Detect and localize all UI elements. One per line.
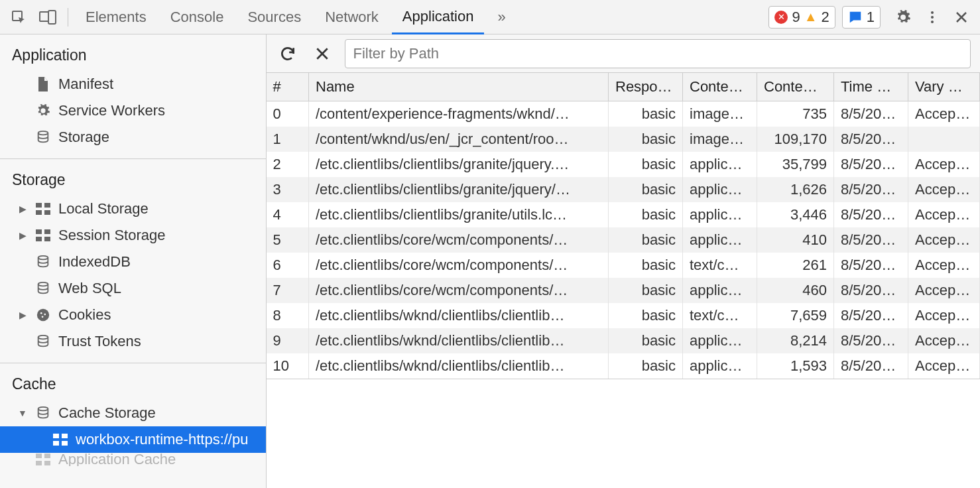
cell-time: 8/5/20… <box>834 303 908 328</box>
sidebar-item-cookies[interactable]: ▶ Cookies <box>0 302 266 328</box>
device-toolbar-icon[interactable] <box>34 4 61 30</box>
cell-content-length: 7,659 <box>757 303 834 328</box>
cell-content-type: image… <box>683 101 757 127</box>
table-row[interactable]: 4/etc.clientlibs/clientlibs/granite/util… <box>267 202 980 227</box>
table-row[interactable]: 8/etc.clientlibs/wknd/clientlibs/clientl… <box>267 303 980 328</box>
kebab-menu-icon[interactable] <box>919 4 946 30</box>
cell-vary: Accep… <box>908 152 980 177</box>
issues-count: 1 <box>867 9 875 26</box>
filter-input[interactable] <box>345 39 971 68</box>
database-icon <box>34 406 52 420</box>
sidebar-item-service-workers[interactable]: Service Workers <box>0 97 266 124</box>
cell-name: /etc.clientlibs/clientlibs/granite/jquer… <box>309 177 609 202</box>
devtools-tabstrip: Elements Console Sources Network Applica… <box>0 0 980 34</box>
cell-time: 8/5/20… <box>834 127 908 152</box>
table-header-row: # Name Respo… Conte… Conte… Time … Vary … <box>267 73 980 101</box>
error-count: 9 <box>792 9 800 26</box>
table-row[interactable]: 5/etc.clientlibs/core/wcm/components/…ba… <box>267 227 980 253</box>
col-name[interactable]: Name <box>309 73 609 101</box>
col-response-type[interactable]: Respo… <box>609 73 683 101</box>
section-application: Application Manifest Service Workers <box>0 34 266 159</box>
cell-content-type: applic… <box>683 202 757 227</box>
refresh-button[interactable] <box>276 42 300 66</box>
sidebar-item-cache-storage[interactable]: ▼ Cache Storage <box>0 400 266 426</box>
expand-icon[interactable]: ▶ <box>17 310 28 320</box>
cell-index: 7 <box>267 278 309 303</box>
cell-index: 3 <box>267 177 309 202</box>
expand-icon[interactable]: ▶ <box>17 204 28 214</box>
svg-point-22 <box>38 407 48 411</box>
table-row[interactable]: 2/etc.clientlibs/clientlibs/granite/jque… <box>267 152 980 177</box>
cell-vary: Accep… <box>908 253 980 278</box>
sidebar-item-trust-tokens[interactable]: Trust Tokens <box>0 328 266 355</box>
svg-rect-11 <box>36 229 42 234</box>
cell-vary: Accep… <box>908 353 980 379</box>
cell-content-length: 410 <box>757 227 834 253</box>
cell-content-type: applic… <box>683 177 757 202</box>
cell-content-type: applic… <box>683 328 757 353</box>
table-row[interactable]: 3/etc.clientlibs/clientlibs/granite/jque… <box>267 177 980 202</box>
expand-icon[interactable]: ▶ <box>17 230 28 241</box>
close-devtools-icon[interactable] <box>948 4 975 30</box>
table-row[interactable]: 0/content/experience-fragments/wknd/…bas… <box>267 101 980 127</box>
cell-response-type: basic <box>609 328 683 353</box>
col-content-length[interactable]: Conte… <box>757 73 834 101</box>
section-title-application: Application <box>0 41 266 71</box>
cell-content-length: 3,446 <box>757 202 834 227</box>
cell-vary: Accep… <box>908 328 980 353</box>
tab-elements[interactable]: Elements <box>75 0 157 34</box>
table-row[interactable]: 6/etc.clientlibs/core/wcm/components/…ba… <box>267 253 980 278</box>
svg-rect-26 <box>62 441 68 446</box>
col-index[interactable]: # <box>267 73 309 101</box>
tab-sources[interactable]: Sources <box>237 0 312 34</box>
table-row[interactable]: 1/content/wknd/us/en/_jcr_content/roo…ba… <box>267 127 980 152</box>
table-row[interactable]: 7/etc.clientlibs/core/wcm/components/…ba… <box>267 278 980 303</box>
issues-badge[interactable]: 1 <box>842 6 881 29</box>
inspect-element-icon[interactable] <box>5 4 32 30</box>
tab-application[interactable]: Application <box>392 0 485 34</box>
svg-point-17 <box>37 309 49 321</box>
cell-content-length: 8,214 <box>757 328 834 353</box>
svg-rect-29 <box>36 461 42 465</box>
sidebar-label: Cache Storage <box>58 404 156 422</box>
tab-overflow[interactable]: » <box>487 0 516 34</box>
cell-time: 8/5/20… <box>834 353 908 379</box>
section-title-storage: Storage <box>0 166 266 196</box>
settings-icon[interactable] <box>890 4 916 30</box>
error-warning-badge[interactable]: ✕ 9 ▲ 2 <box>768 6 835 29</box>
table-row[interactable]: 10/etc.clientlibs/wknd/clientlibs/client… <box>267 353 980 379</box>
col-content-type[interactable]: Conte… <box>683 73 757 101</box>
sidebar-item-manifest[interactable]: Manifest <box>0 71 266 97</box>
cell-time: 8/5/20… <box>834 101 908 127</box>
svg-point-16 <box>38 282 48 286</box>
sidebar-item-indexeddb[interactable]: IndexedDB <box>0 249 266 275</box>
cell-index: 10 <box>267 353 309 379</box>
collapse-icon[interactable]: ▼ <box>17 408 28 418</box>
svg-point-18 <box>40 312 42 314</box>
cell-time: 8/5/20… <box>834 227 908 253</box>
svg-rect-2 <box>48 11 56 24</box>
svg-rect-10 <box>44 210 50 215</box>
svg-rect-28 <box>44 454 50 458</box>
clear-button[interactable] <box>310 42 334 66</box>
cell-name: /etc.clientlibs/wknd/clientlibs/clientli… <box>309 353 609 379</box>
sidebar-label: IndexedDB <box>58 253 131 271</box>
issues-icon <box>848 10 863 25</box>
cell-vary: Accep… <box>908 227 980 253</box>
sidebar-item-local-storage[interactable]: ▶ Local Storage <box>0 196 266 222</box>
svg-rect-8 <box>44 203 50 208</box>
sidebar-item-websql[interactable]: Web SQL <box>0 275 266 302</box>
table-row[interactable]: 9/etc.clientlibs/wknd/clientlibs/clientl… <box>267 328 980 353</box>
cell-vary: Accep… <box>908 303 980 328</box>
col-vary-header[interactable]: Vary H… <box>908 73 980 101</box>
cache-storage-panel: # Name Respo… Conte… Conte… Time … Vary … <box>267 34 981 488</box>
sidebar-item-application-cache[interactable]: Application Cache <box>0 453 266 466</box>
sidebar-item-cache-entry[interactable]: workbox-runtime-https://pu <box>0 426 266 453</box>
cell-vary <box>908 127 980 152</box>
tab-console[interactable]: Console <box>160 0 235 34</box>
cell-name: /etc.clientlibs/wknd/clientlibs/clientli… <box>309 303 609 328</box>
sidebar-item-storage[interactable]: Storage <box>0 124 266 151</box>
sidebar-item-session-storage[interactable]: ▶ Session Storage <box>0 222 266 249</box>
col-time-cached[interactable]: Time … <box>834 73 908 101</box>
tab-network[interactable]: Network <box>314 0 389 34</box>
